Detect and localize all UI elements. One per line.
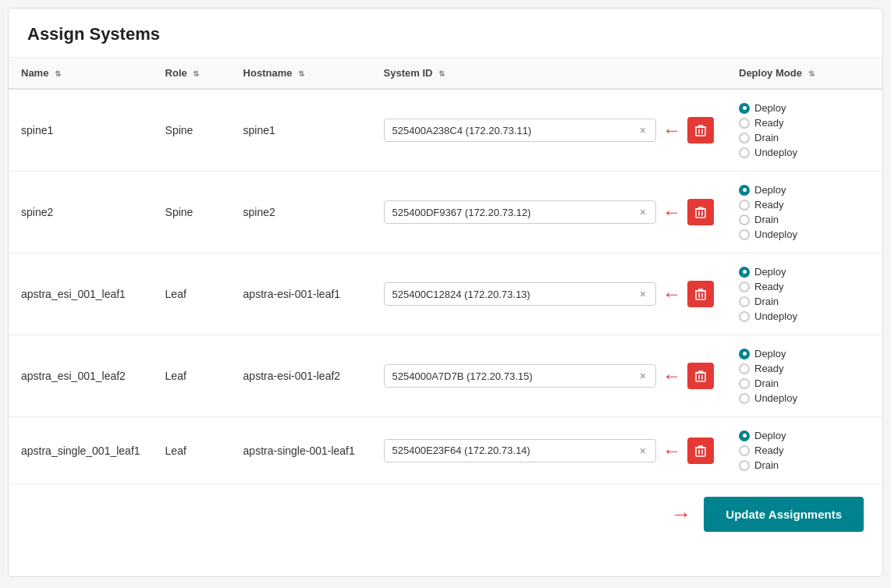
- clear-system-id-button-4[interactable]: ×: [638, 445, 648, 457]
- radio-option-ready-3[interactable]: Ready: [739, 363, 870, 374]
- radio-circle-undeploy-1: [739, 229, 750, 240]
- radio-option-deploy-4[interactable]: Deploy: [739, 430, 870, 441]
- cell-hostname-2: apstra-esi-001-leaf1: [231, 253, 371, 335]
- cell-system-id-2: 525400C12824 (172.20.73.13)×←: [371, 253, 726, 335]
- radio-label-deploy-3: Deploy: [754, 348, 786, 360]
- col-header-role[interactable]: Role ⇅: [153, 58, 231, 89]
- radio-circle-deploy-0: [739, 103, 750, 114]
- radio-circle-deploy-4: [739, 430, 750, 441]
- sort-icon-hostname: ⇅: [298, 69, 304, 78]
- radio-option-drain-4[interactable]: Drain: [739, 459, 870, 471]
- cell-role-3: Leaf: [153, 335, 231, 417]
- system-id-value-2: 525400C12824 (172.20.73.13): [392, 289, 531, 300]
- clear-system-id-button-3[interactable]: ×: [638, 370, 648, 382]
- page-footer: → Update Assignments: [9, 484, 882, 544]
- system-id-value-3: 5254000A7D7B (172.20.73.15): [392, 370, 533, 382]
- radio-circle-drain-1: [739, 214, 750, 225]
- delete-row-button-1[interactable]: [687, 199, 714, 225]
- radio-label-drain-4: Drain: [754, 459, 779, 471]
- radio-option-ready-0[interactable]: Ready: [739, 117, 870, 129]
- svg-rect-0: [696, 127, 705, 136]
- radio-circle-undeploy-3: [739, 393, 750, 404]
- radio-option-deploy-0[interactable]: Deploy: [739, 102, 870, 114]
- cell-deploy-mode-1: DeployReadyDrainUndeploy: [726, 172, 882, 253]
- cell-system-id-0: 525400A238C4 (172.20.73.11)×←: [371, 89, 726, 172]
- radio-option-undeploy-3[interactable]: Undeploy: [739, 392, 870, 404]
- cell-role-1: Spine: [153, 172, 231, 253]
- cell-name-4: apstra_single_001_leaf1: [9, 417, 153, 484]
- radio-option-undeploy-0[interactable]: Undeploy: [739, 147, 870, 158]
- cell-role-0: Spine: [153, 89, 231, 172]
- radio-label-undeploy-0: Undeploy: [754, 147, 797, 158]
- clear-system-id-button-2[interactable]: ×: [638, 288, 648, 300]
- cell-hostname-4: apstra-single-001-leaf1: [231, 417, 371, 484]
- system-id-input-wrap-3[interactable]: 5254000A7D7B (172.20.73.15)×: [384, 364, 656, 388]
- sort-icon-deploy-mode: ⇅: [808, 69, 815, 78]
- clear-system-id-button-0[interactable]: ×: [638, 124, 648, 136]
- system-id-input-wrap-2[interactable]: 525400C12824 (172.20.73.13)×: [384, 282, 656, 306]
- radio-circle-ready-0: [739, 118, 750, 129]
- cell-hostname-1: spine2: [231, 172, 371, 253]
- cell-name-2: apstra_esi_001_leaf1: [9, 253, 153, 335]
- radio-option-drain-2[interactable]: Drain: [739, 296, 870, 307]
- arrow-icon-3: ←: [662, 365, 681, 387]
- cell-name-1: spine2: [9, 172, 153, 253]
- radio-circle-ready-4: [739, 445, 750, 456]
- radio-option-drain-3[interactable]: Drain: [739, 377, 870, 389]
- svg-rect-3: [696, 373, 705, 381]
- radio-label-drain-1: Drain: [754, 214, 779, 225]
- svg-rect-2: [696, 291, 705, 299]
- table-row: apstra_esi_001_leaf1Leafapstra-esi-001-l…: [9, 253, 882, 335]
- radio-option-deploy-2[interactable]: Deploy: [739, 266, 870, 278]
- table-header-row: Name ⇅ Role ⇅ Hostname ⇅ System ID ⇅: [9, 58, 882, 89]
- radio-label-ready-2: Ready: [754, 281, 784, 292]
- cell-system-id-1: 525400DF9367 (172.20.73.12)×←: [371, 172, 726, 253]
- system-id-input-wrap-0[interactable]: 525400A238C4 (172.20.73.11)×: [384, 119, 656, 142]
- system-id-input-wrap-1[interactable]: 525400DF9367 (172.20.73.12)×: [384, 200, 656, 224]
- radio-option-deploy-1[interactable]: Deploy: [739, 184, 870, 196]
- radio-label-undeploy-1: Undeploy: [754, 228, 797, 240]
- cell-system-id-3: 5254000A7D7B (172.20.73.15)×←: [371, 335, 726, 417]
- radio-option-drain-1[interactable]: Drain: [739, 214, 870, 225]
- cell-role-2: Leaf: [153, 253, 231, 335]
- cell-system-id-4: 525400E23F64 (172.20.73.14)×←: [371, 417, 726, 484]
- radio-option-drain-0[interactable]: Drain: [739, 132, 870, 143]
- col-header-hostname[interactable]: Hostname ⇅: [231, 58, 371, 89]
- cell-deploy-mode-2: DeployReadyDrainUndeploy: [726, 253, 882, 335]
- system-id-value-0: 525400A238C4 (172.20.73.11): [392, 125, 532, 136]
- radio-circle-drain-4: [739, 460, 750, 471]
- svg-rect-4: [696, 448, 705, 456]
- radio-circle-ready-2: [739, 282, 750, 292]
- radio-circle-undeploy-2: [739, 311, 750, 322]
- radio-option-ready-2[interactable]: Ready: [739, 281, 870, 292]
- radio-option-undeploy-2[interactable]: Undeploy: [739, 310, 870, 322]
- sort-icon-role: ⇅: [193, 69, 199, 78]
- table-row: apstra_esi_001_leaf2Leafapstra-esi-001-l…: [9, 335, 882, 417]
- delete-row-button-0[interactable]: [687, 117, 714, 143]
- cell-deploy-mode-3: DeployReadyDrainUndeploy: [726, 335, 882, 417]
- page-title: Assign Systems: [27, 24, 864, 44]
- delete-row-button-2[interactable]: [687, 281, 714, 307]
- radio-label-drain-3: Drain: [754, 377, 779, 389]
- delete-row-button-3[interactable]: [687, 363, 714, 389]
- radio-option-undeploy-1[interactable]: Undeploy: [739, 228, 870, 240]
- radio-option-deploy-3[interactable]: Deploy: [739, 348, 870, 360]
- radio-circle-deploy-3: [739, 349, 750, 360]
- radio-circle-deploy-1: [739, 185, 750, 196]
- cell-name-0: spine1: [9, 89, 153, 172]
- radio-option-ready-1[interactable]: Ready: [739, 199, 870, 211]
- col-header-name[interactable]: Name ⇅: [9, 58, 153, 89]
- delete-row-button-4[interactable]: [687, 437, 714, 464]
- radio-label-deploy-4: Deploy: [754, 430, 786, 441]
- cell-deploy-mode-4: DeployReadyDrain: [726, 417, 882, 484]
- col-header-system-id[interactable]: System ID ⇅: [371, 58, 726, 89]
- update-assignments-button[interactable]: Update Assignments: [704, 497, 864, 532]
- clear-system-id-button-1[interactable]: ×: [638, 206, 648, 218]
- radio-circle-ready-3: [739, 363, 750, 374]
- cell-deploy-mode-0: DeployReadyDrainUndeploy: [726, 89, 882, 172]
- radio-option-ready-4[interactable]: Ready: [739, 445, 870, 456]
- col-header-deploy-mode[interactable]: Deploy Mode ⇅: [726, 58, 882, 89]
- radio-circle-drain-3: [739, 378, 750, 389]
- table-row: spine1Spinespine1525400A238C4 (172.20.73…: [9, 89, 882, 172]
- system-id-input-wrap-4[interactable]: 525400E23F64 (172.20.73.14)×: [384, 439, 656, 462]
